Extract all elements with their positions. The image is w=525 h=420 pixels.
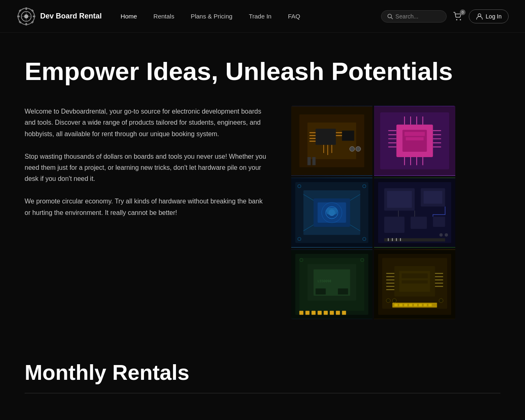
svg-rect-138	[419, 304, 422, 306]
hero-title: Empower Ideas, Unleash Potentials	[25, 57, 476, 85]
svg-rect-99	[308, 264, 356, 300]
nav-links: Home Rentals Plans & Pricing Trade In FA…	[114, 9, 381, 23]
svg-rect-38	[374, 106, 455, 175]
svg-rect-98	[299, 258, 364, 311]
svg-point-141	[386, 299, 390, 303]
svg-point-75	[363, 185, 366, 188]
svg-rect-135	[404, 304, 407, 306]
board-cell-2	[374, 106, 455, 176]
svg-rect-42	[404, 132, 425, 136]
svg-point-18	[460, 19, 461, 20]
svg-point-17	[456, 19, 457, 20]
svg-rect-118	[399, 271, 430, 291]
svg-point-94	[439, 233, 443, 237]
svg-rect-85	[411, 217, 427, 229]
svg-rect-5	[17, 16, 20, 17]
svg-rect-102	[306, 310, 310, 315]
svg-rect-119	[402, 273, 427, 278]
svg-point-76	[298, 237, 301, 241]
svg-rect-114	[374, 250, 455, 319]
hero-section: Empower Ideas, Unleash Potentials Welcom…	[0, 33, 525, 336]
svg-point-69	[329, 209, 335, 216]
svg-rect-63	[295, 182, 368, 243]
search-icon	[387, 14, 393, 19]
board-cell-6	[374, 249, 455, 320]
nav-faq[interactable]: FAQ	[281, 9, 307, 23]
svg-rect-137	[414, 304, 417, 306]
svg-rect-101	[299, 310, 304, 315]
board-cell-1	[291, 106, 372, 176]
nav-home[interactable]: Home	[114, 9, 144, 23]
login-label: Log In	[486, 13, 502, 20]
svg-rect-81	[387, 191, 412, 208]
hero-image-container: L550098	[291, 106, 500, 319]
svg-point-142	[393, 299, 397, 303]
board-cell-4	[374, 178, 455, 248]
svg-rect-139	[424, 304, 427, 306]
svg-rect-104	[317, 310, 322, 315]
svg-rect-140	[429, 304, 432, 306]
svg-rect-132	[393, 302, 437, 307]
svg-point-77	[363, 237, 366, 241]
brand-logo-link[interactable]: Dev Board Rental	[16, 7, 102, 26]
svg-rect-96	[291, 250, 372, 319]
svg-rect-83	[424, 191, 443, 204]
nav-right: 0 Log In	[381, 9, 509, 23]
hero-paragraph-1: Welcome to Devboardrental, your go-to so…	[25, 106, 267, 139]
svg-rect-134	[399, 304, 402, 306]
svg-rect-78	[374, 178, 455, 247]
login-button[interactable]: Log In	[469, 9, 509, 23]
monthly-rentals-section: Monthly Rentals	[0, 336, 525, 402]
svg-rect-37	[312, 157, 315, 165]
monthly-rentals-divider	[25, 393, 500, 393]
brand-logo-icon	[16, 7, 36, 26]
brand-name-text: Dev Board Rental	[40, 12, 102, 21]
svg-rect-6	[33, 16, 35, 17]
svg-rect-110	[315, 288, 326, 294]
svg-line-73	[350, 225, 361, 231]
svg-rect-41	[402, 130, 427, 152]
svg-point-2	[24, 14, 28, 18]
nav-rentals[interactable]: Rentals	[147, 9, 181, 23]
monthly-rentals-title: Monthly Rentals	[25, 360, 500, 385]
svg-rect-117	[395, 266, 435, 296]
svg-rect-23	[315, 129, 336, 145]
svg-point-74	[298, 185, 301, 188]
svg-rect-24	[342, 131, 354, 141]
svg-rect-105	[324, 310, 328, 315]
svg-rect-21	[299, 114, 364, 167]
svg-point-35	[356, 146, 361, 151]
svg-rect-116	[382, 258, 447, 309]
svg-line-16	[391, 17, 393, 19]
cart-button[interactable]: 0	[452, 10, 464, 23]
svg-point-34	[350, 146, 355, 151]
svg-line-72	[304, 225, 314, 231]
svg-point-68	[326, 206, 338, 219]
svg-point-112	[300, 258, 303, 261]
svg-rect-103	[312, 310, 316, 315]
svg-rect-108	[342, 310, 346, 315]
svg-rect-22	[308, 123, 356, 159]
svg-rect-107	[336, 310, 340, 315]
hero-paragraph-2: Stop wasting thousands of dollars on boa…	[25, 151, 267, 185]
svg-rect-100	[313, 269, 350, 295]
nav-plans[interactable]: Plans & Pricing	[184, 9, 239, 23]
svg-rect-80	[384, 188, 415, 210]
svg-rect-4	[25, 23, 27, 25]
hero-paragraph-3: We promote circular economy. Try all kin…	[25, 196, 267, 218]
svg-rect-86	[433, 217, 445, 227]
nav-trade[interactable]: Trade In	[242, 9, 278, 23]
svg-rect-66	[317, 202, 346, 223]
svg-rect-115	[378, 254, 451, 315]
svg-rect-20	[291, 106, 372, 175]
svg-point-113	[361, 258, 364, 261]
user-icon	[476, 13, 483, 20]
svg-rect-64	[304, 190, 361, 235]
svg-rect-43	[406, 137, 424, 141]
svg-rect-3	[25, 7, 27, 10]
svg-point-67	[322, 202, 342, 223]
svg-rect-106	[330, 310, 334, 315]
svg-line-71	[350, 194, 361, 201]
search-input[interactable]	[395, 13, 441, 20]
search-bar	[381, 10, 447, 23]
